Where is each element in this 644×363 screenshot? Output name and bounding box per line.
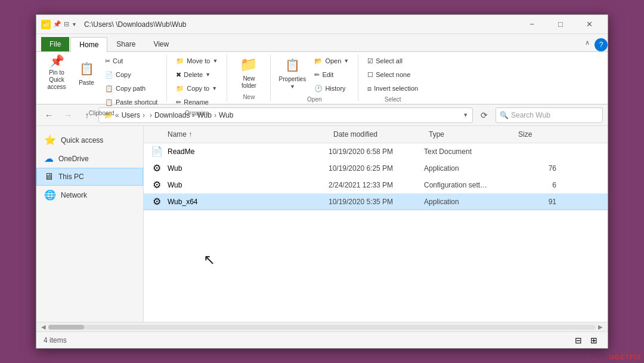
- quick-access-label: Quick access: [61, 136, 103, 144]
- file-row-wub-x64[interactable]: ⚙ Wub_x64 10/19/2020 5:35 PM Application…: [144, 193, 608, 210]
- tab-file[interactable]: File: [41, 37, 69, 51]
- select-col: ☑ Select all ☐ Select none ⧈ Invert sele…: [363, 54, 422, 95]
- quick-access-icon: ⭐: [44, 134, 56, 146]
- file-row-readme[interactable]: 📄 ReadMe 10/19/2020 6:58 PM Text Documen…: [144, 143, 608, 160]
- copy-path-icon: 📋: [105, 85, 113, 93]
- copy-paste-col: 📋 Paste: [73, 54, 100, 90]
- invert-icon: ⧈: [367, 85, 371, 93]
- pin-to-quick-access-button[interactable]: 📌 Pin to Quick access: [41, 54, 72, 90]
- paste-shortcut-icon: 📋: [105, 99, 113, 106]
- file-row-wub-config[interactable]: ⚙ Wub 2/24/2021 12:33 PM Configuration s…: [144, 177, 608, 193]
- sidebar-item-network[interactable]: 🌐 Network: [36, 186, 143, 204]
- details-view-button[interactable]: ⊟: [572, 334, 585, 347]
- file-row-wub-app[interactable]: ⚙ Wub 10/19/2020 6:25 PM Application 76: [144, 160, 608, 177]
- sidebar-item-quick-access[interactable]: ⭐ Quick access: [36, 131, 143, 149]
- clipboard-content: 📌 Pin to Quick access 📋 Paste ✂ Cut �: [41, 54, 162, 109]
- network-label: Network: [61, 191, 87, 199]
- sidebar: ⭐ Quick access ☁ OneDrive 🖥 This PC 🌐 Ne…: [36, 126, 144, 322]
- address-path-bar[interactable]: 📁 « Users › › Downloads › Wub › Wub ▾: [98, 107, 473, 123]
- cut-button[interactable]: ✂ Cut: [101, 54, 162, 67]
- wub-x64-type: Application: [424, 198, 513, 206]
- refresh-button[interactable]: ⟳: [476, 107, 492, 123]
- maximize-button[interactable]: □: [547, 15, 574, 34]
- delete-arrow-icon: ▼: [205, 72, 210, 78]
- open-button[interactable]: 📂 Open ▼: [310, 54, 353, 67]
- new-folder-icon: 📁: [239, 55, 258, 74]
- close-button[interactable]: ✕: [575, 15, 603, 34]
- edit-icon: ✏: [314, 71, 320, 79]
- network-icon: 🌐: [44, 189, 56, 201]
- scissors-icon: ✂: [105, 57, 110, 65]
- col-type[interactable]: Type: [424, 128, 513, 140]
- scroll-right-button[interactable]: ▶: [596, 324, 605, 330]
- wub-config-size: 6: [513, 181, 561, 189]
- paste-shortcut-button[interactable]: 📋 Paste shortcut: [101, 96, 162, 109]
- edit-button[interactable]: ✏ Edit: [310, 68, 353, 81]
- properties-button[interactable]: 📋 Properties ▼: [275, 54, 309, 90]
- this-pc-icon: 🖥: [44, 171, 54, 182]
- ribbon-content: 📌 Pin to Quick access 📋 Paste ✂ Cut �: [36, 52, 608, 104]
- wub-app-size: 76: [513, 164, 561, 173]
- rename-icon: ✏: [176, 99, 181, 106]
- path-wub2[interactable]: Wub: [219, 111, 233, 119]
- wub-config-date: 2/24/2021 12:33 PM: [329, 181, 424, 189]
- sidebar-item-onedrive[interactable]: ☁ OneDrive: [36, 149, 143, 168]
- main-area: ⭐ Quick access ☁ OneDrive 🖥 This PC 🌐 Ne…: [36, 126, 608, 322]
- back-arrow-icon: ⊟: [64, 20, 69, 28]
- search-box[interactable]: 🔍 Search Wub: [496, 107, 603, 123]
- select-all-button[interactable]: ☑ Select all: [363, 54, 422, 67]
- horizontal-scrollbar[interactable]: ◀ ▶: [36, 322, 608, 331]
- organize-content: 📁 Move to ▼ ✖ Delete ▼ 📁 Copy to ▼: [172, 54, 222, 109]
- copy-path-button[interactable]: 📋 Copy path: [101, 82, 162, 95]
- copy-button[interactable]: 📄 Copy: [101, 68, 162, 81]
- history-button[interactable]: 🕐 History: [310, 82, 353, 95]
- rename-button[interactable]: ✏ Rename: [172, 96, 222, 109]
- new-content: 📁 Newfolder: [232, 54, 265, 93]
- move-to-button[interactable]: 📁 Move to ▼: [172, 54, 222, 67]
- address-dropdown-icon[interactable]: ▾: [464, 111, 467, 119]
- path-users[interactable]: Users: [122, 111, 140, 119]
- wub-config-icon: ⚙: [151, 179, 163, 190]
- tab-view[interactable]: View: [144, 36, 178, 51]
- copy-to-button[interactable]: 📁 Copy to ▼: [172, 82, 222, 95]
- readme-date: 10/19/2020 6:58 PM: [329, 147, 424, 156]
- organize-col: 📁 Move to ▼ ✖ Delete ▼ 📁 Copy to ▼: [172, 54, 222, 109]
- window-controls: − □ ✕: [518, 15, 603, 34]
- col-date[interactable]: Date modified: [329, 128, 424, 140]
- invert-selection-button[interactable]: ⧈ Invert selection: [363, 82, 422, 95]
- wub-x64-name-cell: ⚙ Wub_x64: [144, 196, 329, 207]
- scroll-track[interactable]: [48, 325, 596, 330]
- delete-button[interactable]: ✖ Delete ▼: [172, 68, 222, 81]
- large-icons-view-button[interactable]: ⊞: [587, 334, 600, 347]
- select-none-button[interactable]: ☐ Select none: [363, 68, 422, 81]
- paste-button[interactable]: 📋 Paste: [73, 54, 100, 90]
- sidebar-item-this-pc[interactable]: 🖥 This PC: [36, 168, 143, 186]
- path-sep-0: «: [115, 111, 119, 119]
- ribbon-select-group: ☑ Select all ☐ Select none ⧈ Invert sele…: [358, 54, 427, 101]
- onedrive-icon: ☁: [44, 153, 54, 164]
- readme-name: ReadMe: [168, 147, 194, 156]
- quick-access-icon: 📌: [53, 20, 61, 28]
- ribbon-new-group: 📁 Newfolder New: [227, 54, 271, 101]
- select-none-icon: ☐: [367, 71, 373, 79]
- help-button[interactable]: ?: [595, 38, 608, 51]
- col-name[interactable]: Name ↑: [144, 128, 329, 140]
- select-all-icon: ☑: [367, 57, 373, 65]
- back-button[interactable]: ←: [41, 107, 57, 123]
- this-pc-label: This PC: [58, 173, 84, 181]
- history-icon: 🕐: [314, 85, 323, 93]
- col-size[interactable]: Size: [513, 128, 561, 140]
- minimize-button[interactable]: −: [518, 15, 546, 34]
- scroll-thumb[interactable]: [48, 325, 84, 330]
- forward-button[interactable]: →: [60, 107, 76, 123]
- wub-x64-icon: ⚙: [151, 196, 163, 207]
- sort-arrow-icon: ↑: [188, 130, 192, 139]
- window-title-path: C:\Users\ \Downloads\Wub\Wub: [80, 20, 518, 29]
- tab-home[interactable]: Home: [70, 37, 107, 52]
- view-controls: ⊟ ⊞: [572, 334, 600, 347]
- ribbon-tabs: File Home Share View ∧ ?: [36, 34, 608, 52]
- new-folder-button[interactable]: 📁 Newfolder: [232, 54, 265, 90]
- scroll-left-button[interactable]: ◀: [39, 324, 48, 330]
- open-content: 📋 Properties ▼ 📂 Open ▼ ✏ Edit 🕐: [275, 54, 353, 95]
- tab-share[interactable]: Share: [107, 36, 144, 51]
